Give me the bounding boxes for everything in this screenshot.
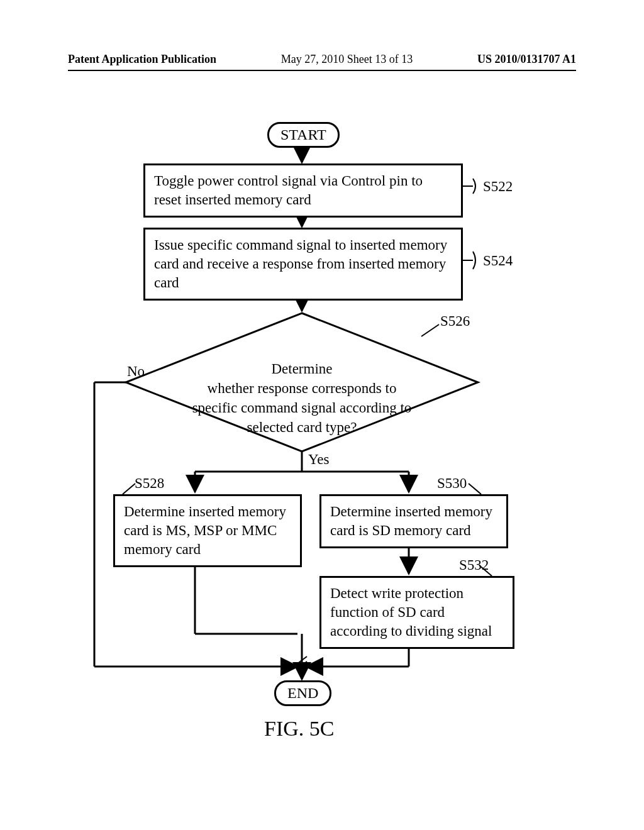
s522-text: Toggle power control signal via Control … — [154, 173, 423, 208]
label-yes: Yes — [308, 451, 329, 468]
label-no: No — [127, 363, 145, 380]
s532-text: Detect write protection function of SD c… — [330, 585, 492, 639]
ref-s524: S524 — [483, 253, 513, 269]
end-terminal: END — [274, 680, 331, 706]
ref-s530: S530 — [437, 475, 467, 492]
ref-s532: S532 — [459, 557, 489, 573]
ref-s526: S526 — [440, 313, 470, 329]
s530-text: Determine inserted memory card is SD mem… — [330, 504, 492, 538]
process-s524: Issue specific command signal to inserte… — [143, 228, 463, 301]
figure-label: FIG. 5C — [264, 717, 334, 741]
s524-text: Issue specific command signal to inserte… — [154, 237, 447, 290]
svg-line-13 — [469, 484, 481, 494]
s526-text: Determine whether response corresponds t… — [192, 361, 412, 435]
s528-text: Determine inserted memory card is MS, MS… — [124, 504, 286, 557]
ref-s528: S528 — [135, 475, 164, 492]
start-terminal: START — [267, 122, 340, 148]
process-s522: Toggle power control signal via Control … — [143, 163, 463, 218]
svg-line-12 — [123, 484, 135, 494]
end-label: END — [287, 685, 318, 701]
process-s530: Determine inserted memory card is SD mem… — [319, 494, 508, 548]
process-s528: Determine inserted memory card is MS, MS… — [113, 494, 302, 567]
decision-s526: Determine whether response corresponds t… — [176, 340, 428, 437]
ref-s522: S522 — [483, 179, 513, 195]
start-label: START — [280, 126, 326, 143]
process-s532: Detect write protection function of SD c… — [319, 576, 514, 649]
svg-line-4 — [421, 324, 439, 336]
